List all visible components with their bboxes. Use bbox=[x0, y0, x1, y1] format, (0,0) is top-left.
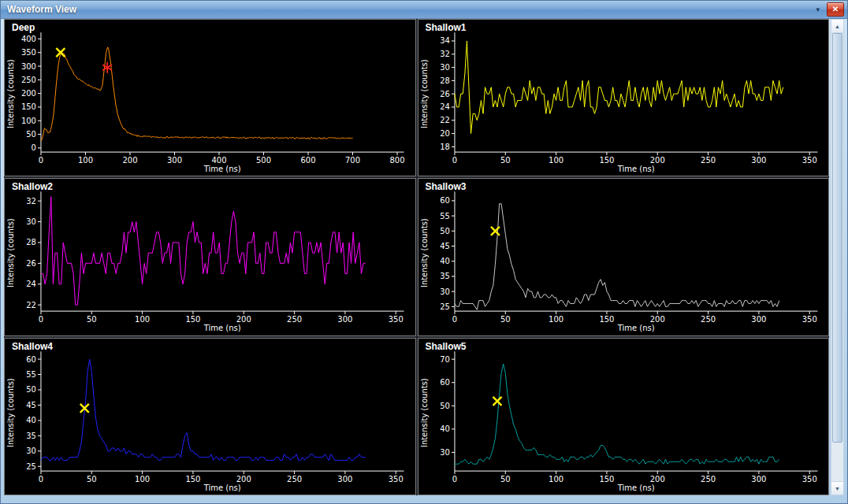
x-tick-label: 350 bbox=[802, 315, 816, 324]
y-tick-label: 24 bbox=[26, 280, 36, 289]
y-tick-label: 40 bbox=[440, 424, 450, 433]
y-tick-label: 25 bbox=[440, 302, 450, 311]
x-tick-label: 250 bbox=[287, 475, 302, 484]
y-tick-label: 55 bbox=[26, 370, 36, 379]
y-tick-label: 35 bbox=[26, 432, 36, 440]
waveform-panel-shallow5: Shallow5 0501001502002503003503040506070… bbox=[418, 338, 830, 495]
panel-title: Shallow2 bbox=[12, 181, 53, 192]
x-tick-label: 200 bbox=[649, 315, 664, 324]
x-axis-label: Time (ns) bbox=[203, 165, 241, 173]
x-tick-label: 300 bbox=[167, 156, 182, 165]
panel-title: Shallow1 bbox=[426, 22, 467, 33]
x-tick-label: 800 bbox=[390, 156, 405, 165]
x-axis-label: Time (ns) bbox=[616, 484, 654, 492]
y-tick-label: 400 bbox=[21, 35, 36, 43]
y-tick-label: 55 bbox=[440, 212, 450, 220]
window-body: Deep 01002003004005006007008000501001502… bbox=[4, 19, 844, 495]
y-axis-label: Intensity (counts) bbox=[419, 218, 428, 287]
window-menu-caret-icon[interactable]: ▾ bbox=[816, 6, 820, 13]
scroll-down-icon[interactable]: ▼ bbox=[831, 481, 843, 495]
x-tick-label: 0 bbox=[452, 475, 456, 484]
y-axis-label: Intensity (counts) bbox=[6, 218, 15, 287]
y-tick-label: 50 bbox=[26, 130, 36, 139]
x-tick-label: 0 bbox=[39, 315, 43, 324]
y-tick-label: 30 bbox=[26, 217, 36, 226]
y-tick-label: 70 bbox=[440, 354, 450, 363]
y-axis-label: Intensity (counts) bbox=[6, 378, 15, 447]
y-tick-label: 100 bbox=[21, 117, 36, 125]
waveform-chart-shallow4: 0501001502002503003502530354045505560Tim… bbox=[5, 339, 415, 495]
x-tick-label: 300 bbox=[337, 315, 352, 324]
x-tick-label: 0 bbox=[39, 156, 43, 165]
x-axis-label: Time (ns) bbox=[616, 324, 654, 332]
y-tick-label: 45 bbox=[440, 242, 450, 250]
scroll-up-icon[interactable]: ▲ bbox=[831, 20, 843, 33]
waveform-panel-shallow4: Shallow4 0501001502002503003502530354045… bbox=[4, 338, 416, 495]
y-tick-label: 25 bbox=[26, 461, 36, 470]
x-tick-label: 150 bbox=[599, 315, 614, 324]
x-axis-label: Time (ns) bbox=[203, 324, 241, 332]
waveform-grid: Deep 01002003004005006007008000501001502… bbox=[4, 19, 829, 495]
x-tick-label: 700 bbox=[345, 156, 360, 165]
x-tick-label: 200 bbox=[236, 315, 251, 324]
y-tick-label: 60 bbox=[440, 378, 450, 387]
scrollbar-track[interactable] bbox=[831, 33, 843, 481]
x-tick-label: 250 bbox=[287, 315, 302, 324]
y-tick-label: 250 bbox=[21, 76, 36, 84]
x-tick-label: 100 bbox=[549, 156, 563, 165]
y-axis-label: Intensity (counts) bbox=[6, 59, 15, 128]
window-title: Waveform View bbox=[7, 4, 816, 15]
waveform-panel-shallow1: Shallow1 0501001502002503003501820222426… bbox=[418, 19, 830, 176]
waveform-trace bbox=[454, 204, 779, 309]
y-tick-label: 50 bbox=[26, 385, 36, 394]
x-tick-label: 50 bbox=[87, 475, 97, 484]
x-tick-label: 0 bbox=[39, 475, 43, 484]
y-tick-label: 300 bbox=[21, 62, 36, 71]
x-tick-label: 150 bbox=[185, 475, 200, 484]
y-tick-label: 30 bbox=[440, 287, 450, 296]
y-tick-label: 60 bbox=[440, 197, 450, 206]
x-tick-label: 300 bbox=[337, 475, 352, 484]
waveform-chart-shallow2: 050100150200250300350222426283032Time (n… bbox=[5, 179, 415, 335]
y-tick-label: 32 bbox=[440, 50, 450, 58]
x-tick-label: 300 bbox=[751, 315, 766, 324]
panel-title: Deep bbox=[12, 22, 35, 33]
y-tick-label: 60 bbox=[26, 354, 36, 363]
titlebar[interactable]: Waveform View ▾ ✕ bbox=[1, 1, 847, 19]
x-tick-label: 150 bbox=[185, 315, 200, 324]
x-tick-label: 350 bbox=[802, 475, 816, 484]
x-tick-label: 150 bbox=[599, 156, 614, 165]
x-tick-label: 300 bbox=[751, 156, 766, 165]
y-tick-label: 200 bbox=[21, 89, 36, 98]
x-tick-label: 100 bbox=[549, 315, 563, 324]
waveform-trace bbox=[454, 364, 779, 464]
x-tick-label: 50 bbox=[87, 315, 97, 324]
x-tick-label: 100 bbox=[78, 156, 93, 165]
x-tick-label: 250 bbox=[701, 315, 716, 324]
y-tick-label: 28 bbox=[26, 239, 36, 247]
x-tick-label: 100 bbox=[135, 315, 150, 324]
y-tick-label: 40 bbox=[26, 416, 36, 424]
close-button[interactable]: ✕ bbox=[827, 2, 844, 17]
y-tick-label: 22 bbox=[26, 301, 36, 309]
x-axis-label: Time (ns) bbox=[203, 484, 241, 492]
waveform-chart-shallow5: 0501001502002503003503040506070Time (ns)… bbox=[418, 339, 829, 495]
y-tick-label: 45 bbox=[26, 401, 36, 410]
x-tick-label: 50 bbox=[500, 475, 510, 484]
vertical-scrollbar[interactable]: ▲ ▼ bbox=[831, 19, 844, 495]
x-tick-label: 50 bbox=[500, 315, 510, 324]
panel-title: Shallow5 bbox=[426, 341, 467, 352]
x-tick-label: 400 bbox=[211, 156, 226, 165]
y-tick-label: 30 bbox=[26, 447, 36, 455]
scrollbar-thumb[interactable] bbox=[832, 33, 842, 443]
y-tick-label: 22 bbox=[440, 116, 450, 124]
y-tick-label: 26 bbox=[440, 90, 450, 98]
waveform-trace bbox=[41, 47, 353, 141]
x-tick-label: 200 bbox=[649, 475, 664, 484]
y-tick-label: 35 bbox=[440, 272, 450, 281]
x-tick-label: 350 bbox=[802, 156, 816, 165]
waveform-view-window: Waveform View ▾ ✕ Deep 01002003004005006… bbox=[0, 0, 848, 504]
y-tick-label: 28 bbox=[440, 76, 450, 85]
waveform-panel-shallow3: Shallow3 0501001502002503003502530354045… bbox=[418, 178, 830, 335]
y-tick-label: 0 bbox=[32, 143, 36, 152]
